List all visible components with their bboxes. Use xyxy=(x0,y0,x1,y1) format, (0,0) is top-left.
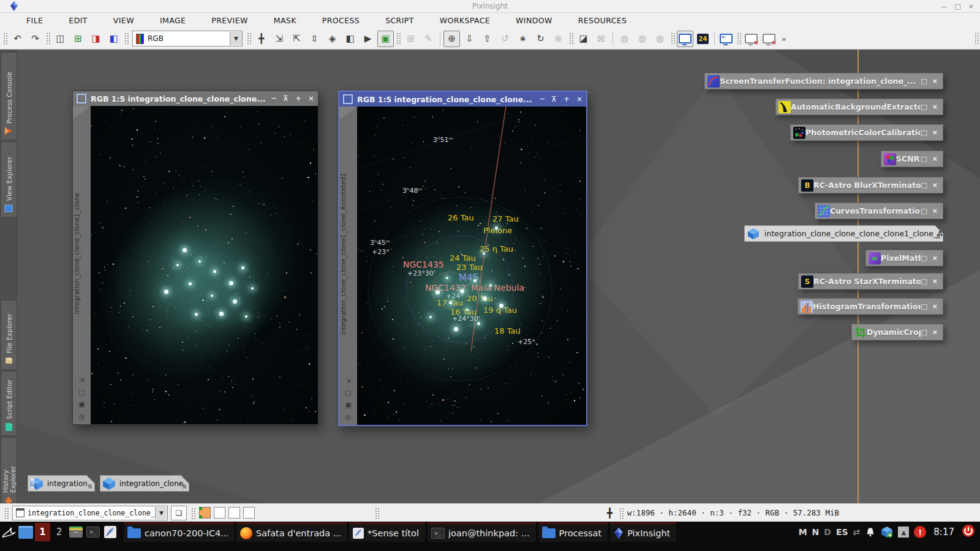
process-icon-automaticbackgroundextractor[interactable]: AutomaticBackgroundExtractor□× xyxy=(775,99,943,115)
close-icon[interactable]: × xyxy=(932,277,938,285)
iconize-button[interactable]: □ xyxy=(921,328,927,336)
menu-file[interactable]: FILE xyxy=(13,16,56,25)
maximize-button[interactable]: □ xyxy=(954,2,960,10)
open-file-icon[interactable]: ⊕ xyxy=(443,31,460,47)
menu-resources[interactable]: RESOURCES xyxy=(565,16,640,25)
revert-file-icon[interactable]: ↺ xyxy=(497,31,513,47)
zoom-button[interactable]: + xyxy=(295,94,301,103)
workspace-square-4[interactable] xyxy=(243,507,255,519)
screen-lut-red-icon[interactable]: ◨ xyxy=(88,31,104,47)
workspace-monitor-arrow-icon[interactable]: ← xyxy=(718,31,734,47)
taskbar-task-processat[interactable]: Processat xyxy=(538,522,608,542)
taskbar-workspace-1[interactable]: 1 xyxy=(35,523,50,541)
close-icon[interactable]: × xyxy=(932,155,938,163)
zoom-in-fit-icon[interactable]: ⇱ xyxy=(288,31,305,47)
iconize-button[interactable]: □ xyxy=(921,181,927,189)
taskbar-task-joan-thinkpad-[interactable]: >_joan@thinkpad: ... xyxy=(428,522,536,542)
redo-icon[interactable]: ↷ xyxy=(27,31,43,47)
process-icon-scnr[interactable]: SCNR□× xyxy=(881,151,943,167)
image-window-titlebar[interactable]: RGB 1:5 integration_clone_clone_clone...… xyxy=(73,91,318,106)
optimal-zoom-icon[interactable]: ◈ xyxy=(324,31,341,47)
zoom-1-1-icon[interactable]: ⇳ xyxy=(306,31,323,47)
keyboard-indicator-m[interactable]: M xyxy=(799,527,807,537)
close-button[interactable]: × xyxy=(576,95,582,103)
iconized-image-integration_clone_clone_clone_clone1_clone_annotated[interactable]: integration_clone_clone_clone_clone1_clo… xyxy=(744,225,943,242)
undo-icon[interactable]: ↶ xyxy=(9,31,26,47)
taskbar-task-canon70-200-ic4-[interactable]: canon70-200-IC4... xyxy=(124,522,234,542)
menu-preview[interactable]: PREVIEW xyxy=(198,16,260,25)
menu-edit[interactable]: EDIT xyxy=(56,16,100,25)
workspace-square-3[interactable] xyxy=(228,507,240,519)
iconized-window-integration[interactable]: XISFintegrationN xyxy=(28,475,95,492)
power-button[interactable] xyxy=(962,524,975,540)
app-menu-icon[interactable] xyxy=(0,522,17,542)
process-icon-dynamiccrop[interactable]: DynamicCrop□× xyxy=(851,324,943,340)
close-button[interactable]: × xyxy=(968,2,974,10)
drag-handle[interactable] xyxy=(4,507,9,519)
iconize-button[interactable]: □ xyxy=(921,129,927,137)
process-icon-pixelmath[interactable]: ∞PixelMath□× xyxy=(865,250,943,266)
new-workspace-button[interactable]: ❏ xyxy=(171,506,187,520)
track-a-icon[interactable]: ◍ xyxy=(616,31,633,47)
edit-image-icon[interactable]: ✎ xyxy=(420,31,437,47)
shade-button[interactable]: ⊼ xyxy=(551,95,557,103)
taskbar-task--sense-t-tol[interactable]: *Sense títol xyxy=(349,522,425,542)
close-icon[interactable]: × xyxy=(932,129,938,137)
menu-script[interactable]: SCRIPT xyxy=(372,16,427,25)
drag-handle[interactable] xyxy=(619,507,624,519)
workspace-square-2[interactable] xyxy=(214,507,225,519)
menu-workspace[interactable]: WORKSPACE xyxy=(427,16,503,25)
save-file-icon[interactable]: ⇩ xyxy=(461,31,478,47)
minimize-button[interactable]: — xyxy=(940,2,947,10)
updates-icon[interactable]: ⇄ xyxy=(853,527,861,537)
mask-remove-icon[interactable]: ⊠ xyxy=(593,31,609,47)
dock-tab-process-console[interactable]: Process Console xyxy=(1,52,17,140)
taskbar-task-safata-d-entrada-[interactable]: Safata d'entrada ... xyxy=(236,522,347,542)
view-selector-tab[interactable]: integration_clone_clone_clone1_clone ⇲▢▣… xyxy=(73,106,91,424)
screen-split-icon[interactable]: ◧ xyxy=(342,31,358,47)
close-icon[interactable]: × xyxy=(932,302,938,310)
dock-tab-file-explorer[interactable]: File Explorer xyxy=(1,300,17,370)
iconize-button[interactable]: □ xyxy=(921,254,927,262)
keyboard-indicator-n[interactable]: N xyxy=(812,527,820,537)
keyboard-indicator-es[interactable]: ES xyxy=(836,527,848,537)
iconize-button[interactable]: □ xyxy=(921,155,927,163)
clock[interactable]: 8:17 xyxy=(933,527,954,538)
close-all-workspaces-icon[interactable]: × xyxy=(761,31,777,47)
iconize-button[interactable]: □ xyxy=(921,77,927,85)
iconize-button[interactable]: □ xyxy=(921,103,927,111)
dock-tab-view-explorer[interactable]: View Explorer xyxy=(1,141,17,217)
view-identifier-icon[interactable]: ◫ xyxy=(52,31,69,47)
track-b-icon[interactable]: ◍ xyxy=(634,31,650,47)
process-icon-histogramtransformation[interactable]: HistogramTransformation□× xyxy=(797,298,943,315)
new-image-icon[interactable]: ⊞ xyxy=(402,31,419,47)
editor-launcher-icon[interactable] xyxy=(102,522,119,542)
select-mode-icon[interactable]: ▶ xyxy=(360,31,376,47)
menu-process[interactable]: PROCESS xyxy=(309,16,372,25)
close-icon[interactable]: × xyxy=(932,77,938,85)
menu-image[interactable]: IMAGE xyxy=(147,16,198,25)
iconize-button[interactable]: ─ xyxy=(540,95,545,103)
chevron-down-icon[interactable]: ▼ xyxy=(155,507,167,519)
notifications-bell-icon[interactable] xyxy=(865,527,876,538)
color-depth-24-icon[interactable]: 24 xyxy=(695,31,711,47)
dock-tab-script-editor[interactable]: Script Editor xyxy=(1,371,17,436)
image-window-annotated[interactable]: RGB 1:5 integration_clone_clone_clone...… xyxy=(338,91,587,426)
crop-mode-icon[interactable]: ▣ xyxy=(377,31,394,47)
show-desktop-icon[interactable] xyxy=(17,522,34,542)
iconize-button[interactable]: □ xyxy=(921,302,927,310)
rgb-channel-selector[interactable]: RGB▼ xyxy=(132,31,243,47)
menu-view[interactable]: VIEW xyxy=(100,16,147,25)
taskbar-task-pixinsight[interactable]: PixInsight xyxy=(610,522,676,542)
view-selector-tab[interactable]: integration_clone_clone_clone1_clone_Ann… xyxy=(339,107,357,425)
image-window-titlebar[interactable]: RGB 1:5 integration_clone_clone_clone...… xyxy=(339,92,586,107)
workspace-square-1[interactable] xyxy=(199,507,211,519)
mask-icon[interactable]: ◪ xyxy=(575,31,592,47)
new-preview-icon[interactable]: ⊞ xyxy=(70,31,86,47)
menu-mask[interactable]: MASK xyxy=(261,16,309,25)
image-window-clone[interactable]: RGB 1:5 integration_clone_clone_clone...… xyxy=(72,91,318,425)
cube-new-icon[interactable] xyxy=(881,526,893,538)
iconize-button[interactable]: □ xyxy=(921,207,927,215)
track-c-icon[interactable]: ◍ xyxy=(652,31,668,47)
image-canvas[interactable] xyxy=(91,106,318,424)
